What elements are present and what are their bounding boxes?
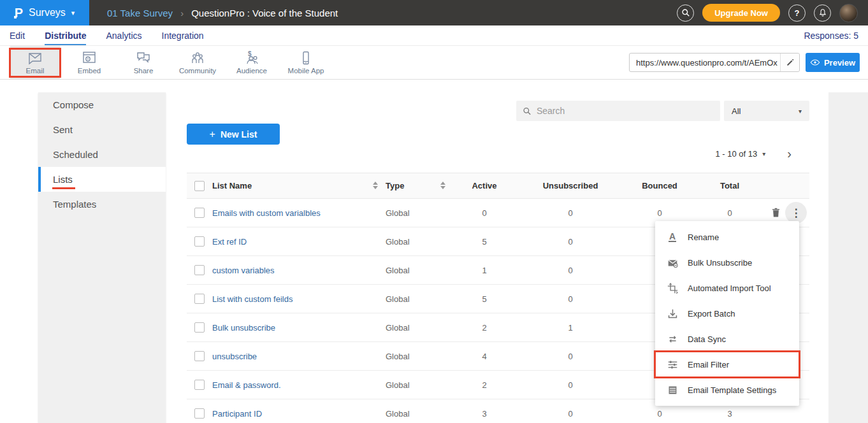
edit-url-button[interactable] — [780, 54, 799, 71]
tab-edit[interactable]: Edit — [10, 25, 25, 45]
list-name-link[interactable]: Email & password. — [212, 380, 281, 390]
active-count[interactable]: 4 — [449, 342, 519, 371]
menu-item-data-sync[interactable]: Data Sync — [655, 326, 799, 352]
channel-label: Email — [26, 67, 45, 75]
select-all-checkbox[interactable] — [194, 181, 205, 191]
bulk-unsubscribe-icon — [667, 257, 678, 268]
list-type: Global — [382, 342, 449, 371]
tab-distribute[interactable]: Distribute — [45, 25, 86, 45]
search-input[interactable] — [537, 106, 714, 116]
eye-icon — [810, 59, 820, 66]
chevron-down-icon: ▾ — [799, 108, 802, 115]
column-header-list-name[interactable]: List Name — [212, 173, 382, 199]
rename-icon: A — [667, 231, 678, 243]
menu-item-label: Automated Import Tool — [688, 283, 771, 293]
row-checkbox[interactable] — [194, 408, 205, 419]
product-switcher[interactable]: P Surveys ▾ — [0, 0, 89, 25]
top-header: P Surveys ▾ 01 Take Survey › QuestionPro… — [0, 0, 868, 25]
share-icon — [136, 51, 151, 65]
channel-audience[interactable]: $ Audience — [227, 46, 277, 79]
list-name-link[interactable]: custom variables — [212, 266, 275, 275]
column-header-type[interactable]: Type — [382, 173, 449, 199]
unsubscribed-count: 0 — [519, 371, 621, 399]
sidebar-item-scheduled[interactable]: Scheduled — [38, 142, 166, 167]
channel-mobile-app[interactable]: Mobile App — [281, 46, 331, 79]
automated-import-icon — [667, 282, 678, 294]
sidebar-item-templates[interactable]: Templates — [38, 192, 166, 217]
row-checkbox[interactable] — [194, 351, 205, 361]
row-checkbox[interactable] — [194, 322, 205, 333]
list-name-link[interactable]: Emails with custom varialbles — [212, 208, 321, 218]
channel-label: Share — [134, 67, 154, 75]
row-checkbox[interactable] — [194, 236, 205, 247]
sort-icon[interactable] — [373, 182, 378, 189]
menu-item-label: Bulk Unsubscribe — [688, 258, 752, 268]
export-batch-icon — [667, 308, 678, 319]
questionpro-logo-icon: P — [15, 6, 23, 19]
menu-item-label: Data Sync — [688, 334, 726, 344]
active-count[interactable]: 5 — [449, 227, 519, 256]
menu-item-bulk-unsubscribe[interactable]: Bulk Unsubscribe — [655, 250, 799, 275]
chevron-down-icon: ▾ — [762, 150, 765, 157]
next-page-button[interactable]: › — [787, 147, 792, 160]
tab-analytics[interactable]: Analytics — [106, 25, 141, 45]
menu-item-label: Email Filter — [688, 360, 729, 369]
notifications-button[interactable] — [814, 4, 831, 22]
survey-url-input[interactable] — [629, 53, 800, 72]
row-checkbox[interactable] — [194, 208, 205, 218]
plus-icon: + — [210, 129, 215, 140]
help-button[interactable]: ? — [788, 4, 806, 22]
list-name-link[interactable]: Bulk unsubscribe — [212, 323, 275, 333]
row-checkbox[interactable] — [194, 265, 205, 275]
channel-embed[interactable]: Embed — [64, 46, 114, 79]
row-checkbox[interactable] — [194, 380, 205, 390]
user-avatar[interactable] — [839, 4, 858, 22]
search-button[interactable] — [677, 4, 694, 22]
channel-email[interactable]: Email — [10, 46, 60, 79]
menu-item-email-template-settings[interactable]: Email Template Settings — [655, 377, 799, 403]
tab-integration[interactable]: Integration — [162, 25, 204, 45]
sidebar-item-sent[interactable]: Sent — [38, 117, 166, 142]
list-name-link[interactable]: Ext ref ID — [212, 237, 247, 247]
active-count[interactable]: 2 — [449, 313, 519, 342]
embed-icon — [82, 51, 97, 65]
menu-item-email-filter[interactable]: Email Filter — [655, 352, 799, 377]
channel-share[interactable]: Share — [119, 46, 168, 79]
responses-count[interactable]: Responses: 5 — [804, 31, 858, 41]
distribute-channel-bar: Email Embed Share Community $ Audience M… — [0, 46, 868, 80]
active-count[interactable]: 2 — [449, 371, 519, 399]
active-count[interactable]: 0 — [449, 199, 519, 227]
breadcrumb-folder[interactable]: 01 Take Survey — [107, 8, 173, 18]
preview-button[interactable]: Preview — [806, 53, 860, 72]
sidebar-item-compose[interactable]: Compose — [38, 92, 166, 117]
mobile-app-icon — [298, 51, 314, 65]
community-icon — [190, 51, 205, 65]
upgrade-now-button[interactable]: Upgrade Now — [702, 4, 780, 22]
row-checkbox[interactable] — [194, 294, 205, 304]
active-count[interactable]: 1 — [449, 256, 519, 285]
new-list-button[interactable]: + New List — [187, 124, 280, 145]
page-range-dropdown[interactable]: 1 - 10 of 13 ▾ — [716, 149, 766, 159]
menu-item-rename[interactable]: A Rename — [655, 224, 799, 250]
breadcrumb-survey-title: QuestionPro : Voice of the Student — [191, 8, 338, 18]
list-name-link[interactable]: Participant ID — [212, 409, 262, 419]
channel-label: Community — [179, 67, 216, 75]
delete-list-button[interactable] — [767, 204, 784, 221]
question-mark-icon: ? — [795, 8, 800, 18]
sort-icon[interactable] — [440, 182, 445, 189]
menu-item-automated-import-tool[interactable]: Automated Import Tool — [655, 275, 799, 301]
active-count[interactable]: 5 — [449, 285, 519, 313]
menu-item-export-batch[interactable]: Export Batch — [655, 301, 799, 326]
active-count[interactable]: 3 — [449, 399, 519, 423]
sidebar-item-lists[interactable]: Lists — [38, 167, 166, 192]
list-name-link[interactable]: List with custom feilds — [212, 294, 293, 304]
channel-community[interactable]: Community — [173, 46, 222, 79]
search-icon — [681, 8, 690, 17]
bell-icon — [818, 8, 827, 17]
unsubscribed-count: 0 — [519, 399, 621, 423]
menu-item-label: Email Template Settings — [688, 385, 776, 395]
row-menu-button[interactable]: ⋮ — [785, 202, 807, 224]
unsubscribed-count: 0 — [519, 227, 621, 256]
list-filter-dropdown[interactable]: All ▾ — [724, 101, 809, 121]
list-name-link[interactable]: unsubscribe — [212, 352, 257, 361]
